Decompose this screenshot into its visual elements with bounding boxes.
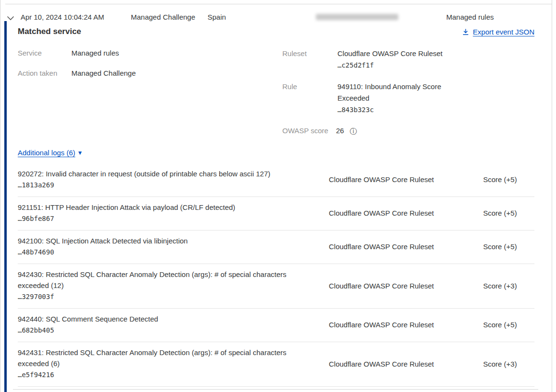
log-score: Score (+5) (483, 209, 534, 217)
log-hash: …1813a269 (18, 179, 299, 191)
additional-logs-toggle[interactable]: Additional logs (6) ▼ (18, 149, 83, 157)
field-rule: Rule 949110: Inbound Anomaly Score Excee… (282, 81, 484, 115)
log-description: 921151: HTTP Header Injection Attack via… (18, 202, 299, 213)
log-description: 942430: Restricted SQL Character Anomaly… (18, 269, 299, 291)
log-hash: …e5f94216 (18, 369, 299, 380)
rule-name: 949110: Inbound Anomaly Score Exceeded (337, 81, 456, 104)
log-row: 920272: Invalid character in request (ou… (18, 163, 534, 197)
field-value: 949110: Inbound Anomaly Score Exceeded …… (337, 81, 456, 115)
log-description-cell: 942430: Restricted SQL Character Anomaly… (18, 269, 329, 302)
log-description: 942431: Restricted SQL Character Anomaly… (18, 347, 299, 369)
additional-logs-label: Additional logs (6) (18, 149, 75, 157)
event-row-header[interactable]: Apr 10, 2024 10:04:24 AM Managed Challen… (0, 4, 552, 21)
log-row: 942430: Restricted SQL Character Anomaly… (18, 264, 534, 309)
field-label: Service (18, 48, 71, 58)
caret-down-icon: ▼ (77, 150, 83, 156)
download-icon (462, 28, 469, 35)
event-expanded-panel: Apr 10, 2024 10:04:24 AM Managed Challen… (0, 0, 552, 392)
log-hash: …3297003f (18, 291, 299, 302)
log-description-cell: 942431: Restricted SQL Character Anomaly… (18, 347, 329, 380)
expanded-row-accent-bar (4, 21, 7, 392)
log-ruleset: Cloudflare OWASP Core Ruleset (329, 209, 483, 217)
info-icon[interactable]: ⓘ (350, 127, 357, 135)
log-description-cell: 920272: Invalid character in request (ou… (18, 168, 329, 191)
section-title: Matched service (18, 27, 534, 36)
log-description-cell: 942100: SQL Injection Attack Detected vi… (18, 235, 329, 258)
field-label: OWASP score (282, 126, 336, 136)
log-hash: …96bfe867 (18, 213, 299, 224)
log-row: 921151: HTTP Header Injection Attack via… (18, 197, 534, 231)
log-score: Score (+3) (483, 360, 534, 368)
log-score: Score (+5) (483, 242, 534, 251)
log-description: 942440: SQL Comment Sequence Detected (18, 313, 299, 324)
field-service: Service Managed rules (18, 48, 219, 58)
owasp-score-value: 26 (336, 126, 344, 136)
event-action: Managed Challenge (131, 13, 195, 21)
matched-service-header: Matched service Export event JSON (18, 27, 534, 38)
log-row: 942440: SQL Comment Sequence Detected …6… (18, 309, 534, 342)
field-label: Ruleset (282, 48, 337, 71)
event-service: Managed rules (446, 13, 494, 21)
chevron-down-icon[interactable] (7, 14, 14, 19)
row-bottom-border (13, 389, 538, 390)
additional-logs-list: 920272: Invalid character in request (ou… (18, 163, 534, 387)
export-event-json-link[interactable]: Export event JSON (462, 28, 534, 36)
event-timestamp: Apr 10, 2024 10:04:24 AM (21, 13, 104, 21)
field-value: Managed rules (71, 48, 119, 58)
ruleset-hash: …c25d2f1f (337, 59, 456, 71)
export-link-label: Export event JSON (473, 28, 534, 36)
log-description-cell: 942440: SQL Comment Sequence Detected …6… (18, 313, 329, 336)
log-score: Score (+5) (483, 321, 534, 329)
ruleset-name: Cloudflare OWASP Core Ruleset (337, 48, 456, 59)
log-score: Score (+5) (483, 175, 534, 184)
redacted-value-blur (316, 14, 398, 20)
log-description: 920272: Invalid character in request (ou… (18, 168, 299, 179)
field-action-taken: Action taken Managed Challenge (18, 68, 219, 79)
event-country: Spain (208, 13, 226, 21)
log-ruleset: Cloudflare OWASP Core Ruleset (329, 175, 483, 184)
log-description: 942100: SQL Injection Attack Detected vi… (18, 235, 299, 246)
log-ruleset: Cloudflare OWASP Core Ruleset (329, 360, 483, 368)
log-row: 942100: SQL Injection Attack Detected vi… (18, 231, 534, 264)
service-fields: Service Managed rules Action taken Manag… (18, 48, 219, 88)
log-row: 942431: Restricted SQL Character Anomaly… (18, 342, 534, 387)
rule-hash: …843b323c (337, 104, 456, 115)
field-owasp-score: OWASP score 26 ⓘ (282, 126, 484, 136)
log-ruleset: Cloudflare OWASP Core Ruleset (329, 321, 483, 329)
log-ruleset: Cloudflare OWASP Core Ruleset (329, 242, 483, 251)
field-ruleset: Ruleset Cloudflare OWASP Core Ruleset …c… (282, 48, 484, 71)
field-label: Action taken (18, 68, 71, 79)
log-description-cell: 921151: HTTP Header Injection Attack via… (18, 202, 329, 224)
field-label: Rule (282, 81, 337, 115)
log-ruleset: Cloudflare OWASP Core Ruleset (329, 282, 483, 290)
log-score: Score (+3) (483, 282, 534, 290)
field-value: Cloudflare OWASP Core Ruleset …c25d2f1f (337, 48, 456, 71)
log-hash: …48b74690 (18, 246, 299, 258)
field-value: Managed Challenge (71, 68, 136, 79)
log-hash: …682bb405 (18, 324, 299, 336)
rule-fields: Ruleset Cloudflare OWASP Core Ruleset …c… (282, 48, 484, 136)
